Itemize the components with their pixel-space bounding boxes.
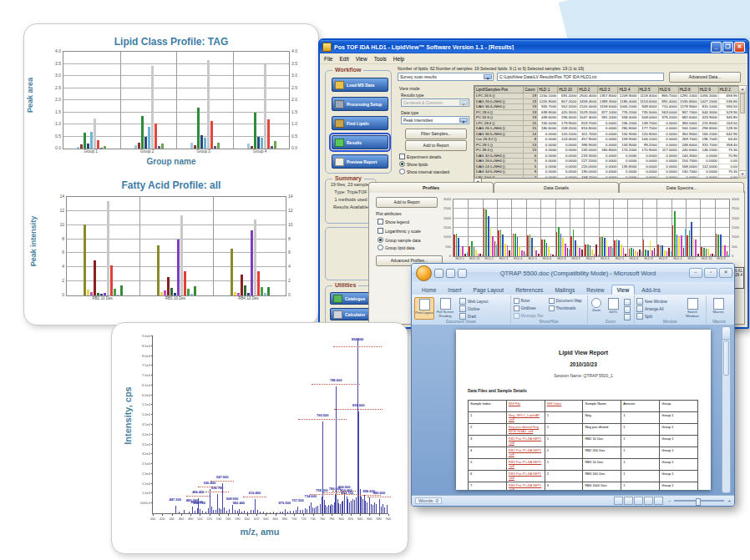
group-sample-data-radio[interactable]: Group sample data [378,237,421,243]
redo-icon[interactable] [458,269,467,278]
radio-icon[interactable] [378,245,383,250]
word-count[interactable]: Words: 0 [415,497,442,504]
tab-profiles[interactable]: Profiles [368,182,494,193]
macros-button[interactable]: Macros [709,297,727,318]
full-screen-view-button[interactable] [624,497,633,505]
tab-insert[interactable]: Insert [443,285,466,295]
results-path-field[interactable]: C:\LipidView Data\LV Results\Pos TOF IDA… [497,73,664,81]
column-header[interactable]: HLD 6 [658,87,678,93]
thumbnails-checkbox[interactable]: Thumbnails [549,305,575,311]
show-internal-standard-radio[interactable]: Show internal standard [399,169,449,174]
radio-icon[interactable] [378,237,383,243]
print-layout-button[interactable]: Print Layout [414,297,434,320]
column-header[interactable]: HLD 4 [618,87,638,93]
new-window-button[interactable]: New Window [636,298,667,305]
one-page-icon[interactable] [624,299,631,305]
menu-item-file[interactable]: File [324,56,332,62]
column-header[interactable]: HLD 5 [638,87,658,93]
zoom-slider[interactable] [674,500,724,502]
zoom-100-button[interactable]: 100% [606,297,621,318]
web-layout-button[interactable]: Web Layout [459,298,488,305]
checkbox-icon[interactable] [549,298,555,304]
tab-view[interactable]: View [611,285,636,295]
print-layout-view-button[interactable] [614,497,623,505]
chevron-down-icon[interactable]: ▾ [484,74,492,79]
web-layout-view-button[interactable] [634,497,643,505]
scroll-down-icon[interactable]: ▼ [739,170,746,178]
word-titlebar[interactable]: QTRAP 5500.doc (Compatibility Mode) - Mi… [412,264,734,282]
column-header[interactable]: HLD 9 [698,87,718,93]
checkbox-icon[interactable] [514,305,519,311]
menu-item-edit[interactable]: Edit [339,56,348,62]
menu-item-tools[interactable]: Tools [374,56,387,62]
undo-icon[interactable] [446,269,455,278]
document-vertical-scrollbar[interactable] [722,326,731,493]
zoom-out-icon[interactable]: − [668,498,671,503]
log-scale-checkbox[interactable]: Logarithmic y scale [378,228,421,234]
radio-icon[interactable] [399,169,405,174]
zoom-button[interactable]: Zoom [589,297,604,318]
column-header[interactable]: HLD 10 [558,87,578,93]
save-icon[interactable] [434,269,443,278]
column-header[interactable]: HLD 3 [598,87,618,93]
add-to-report-button[interactable]: Add to Report [405,140,467,151]
results-source-combo[interactable]: Survey scan results ▾ [398,73,494,81]
scroll-up-icon[interactable] [722,327,730,340]
two-pages-icon[interactable] [624,306,631,313]
show-legend-checkbox[interactable]: Show legend [378,219,409,225]
column-header[interactable]: HLD 8 [678,87,698,93]
close-button[interactable]: ✕ [734,42,745,53]
workflow-button-processing-setup[interactable]: Processing Setup [332,97,388,111]
tab-page-layout[interactable]: Page Layout [469,285,509,295]
workflow-button-load-ms-data[interactable]: Load MS Data [332,78,388,92]
table-row[interactable]: LPC 10:0 ()20.00000.0000168.20000.00000.… [475,174,739,179]
radio-icon[interactable] [399,161,405,167]
zoom-slider-knob[interactable] [696,498,701,506]
lipidview-titlebar[interactable]: Pos TOF IDA HLD1 - LipidView™ Software V… [320,40,747,53]
utility-button-calculator[interactable]: Calculator [330,308,372,320]
chevron-down-icon[interactable]: ▾ [459,118,468,123]
utility-button-catalogue[interactable]: Catalogue [330,292,372,305]
minimize-button[interactable]: _ [711,42,722,53]
filter-samples-button[interactable]: Filter Samples... [405,129,467,139]
arrange-all-button[interactable]: Arrange All [636,305,663,312]
tab-home[interactable]: Home [417,285,441,295]
advanced-data-button[interactable]: Advanced Data... [669,72,741,83]
checkbox-icon[interactable] [514,298,519,304]
column-header[interactable]: HLD 2 [578,87,598,93]
full-screen-reading-button[interactable]: Full Screen Reading [434,297,456,318]
column-header[interactable]: Lipid\Samples:Pos [475,87,524,93]
gridlines-checkbox[interactable]: Gridlines [514,305,536,311]
checkbox-icon[interactable] [378,219,383,225]
checkbox-icon[interactable] [378,228,383,234]
draft-button[interactable]: Draft [459,313,476,320]
maximize-button[interactable]: ▫ [704,268,717,278]
checkbox-icon[interactable] [399,154,405,159]
scroll-thumb[interactable] [740,93,745,114]
office-button[interactable] [416,265,432,281]
checkbox-icon[interactable] [549,305,555,311]
experiment-details-checkbox[interactable]: Experiment details [399,154,441,159]
restore-button[interactable]: ❐ [722,42,733,53]
tab-references[interactable]: References [510,285,548,295]
tab-mailings[interactable]: Mailings [550,285,580,295]
document-page[interactable]: Lipid View Report 2010/10/23 Session Nam… [456,330,711,490]
workflow-button-preview-report[interactable]: Preview Report [332,154,388,169]
document-map-checkbox[interactable]: Document Map [549,298,582,304]
close-button[interactable]: ✕ [719,268,732,278]
profiles-add-to-report-button[interactable]: Add to Report [376,197,438,208]
menu-item-view[interactable]: View [356,56,367,62]
column-header[interactable]: HLD 2 [718,87,738,93]
zoom-in-icon[interactable]: + [727,498,731,503]
scroll-thumb[interactable] [723,341,729,376]
tab-add-ins[interactable]: Add-Ins [636,285,665,295]
ruler-checkbox[interactable]: Ruler [514,298,530,304]
menu-item-help[interactable]: Help [393,56,404,62]
scroll-up-icon[interactable]: ▲ [739,86,746,93]
outline-button[interactable]: Outline [459,305,480,312]
show-lipids-radio[interactable]: Show lipids [399,161,428,167]
tab-data-spectra-[interactable]: Data Spectra... [619,182,744,193]
tab-data-details[interactable]: Data Details [494,182,619,193]
minimize-button[interactable]: – [689,268,702,278]
column-header[interactable]: HLD 1 [538,87,558,93]
